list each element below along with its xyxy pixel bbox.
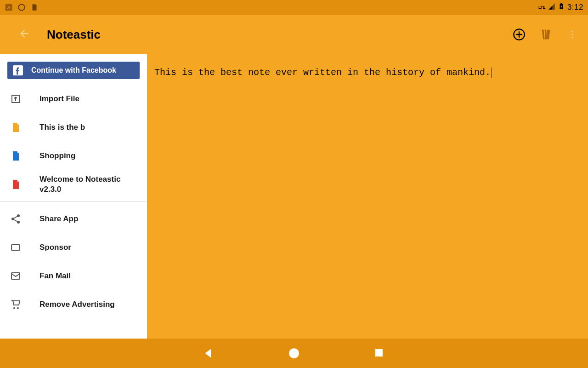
svg-rect-13 [11,245,20,250]
sidebar-share-app[interactable]: Share App [0,205,147,233]
facebook-label: Continue with Facebook [31,66,116,75]
sidebar-item-label: Shopping [40,151,75,161]
nav-recent-button[interactable] [373,347,385,359]
network-lte-icon: LTE [538,5,545,10]
sidebar-item-label: Fan Mail [40,271,71,281]
svg-point-16 [17,307,19,309]
note-file-icon [10,122,21,133]
sidebar-item-label: Welcome to Noteastic v2.3.0 [40,174,137,195]
add-note-button[interactable] [513,28,526,41]
svg-point-8 [571,37,573,39]
clock-time: 3:12 [567,3,583,12]
notification-sd-icon [30,3,39,12]
sidebar: Continue with Facebook Import File This … [0,54,147,339]
svg-point-15 [13,307,15,309]
svg-text:A: A [7,5,10,10]
nav-home-button[interactable] [288,347,300,359]
share-icon [10,213,21,224]
app-bar: Noteastic [0,15,588,54]
text-cursor [492,68,492,78]
signal-icon [548,3,555,12]
sidebar-item-label: Remove Advertising [40,299,115,310]
svg-rect-18 [375,349,383,356]
overflow-menu-button[interactable] [566,28,579,41]
status-bar: A LTE 3:12 [0,0,588,15]
sidebar-remove-advertising[interactable]: Remove Advertising [0,290,147,319]
sidebar-item-label: Import File [40,94,79,104]
facebook-icon [13,65,23,75]
svg-point-11 [11,218,14,220]
notification-app-icon: A [5,3,13,12]
sidebar-item-label: Sponsor [40,242,71,253]
sidebar-item-label: This is the b [40,122,85,132]
mail-icon [10,270,21,282]
sidebar-note-item[interactable]: This is the b [0,113,147,142]
svg-point-12 [17,221,20,224]
sidebar-note-item[interactable]: Shopping [0,142,147,170]
nav-back-button[interactable] [203,347,215,359]
svg-point-17 [289,348,299,358]
svg-point-6 [571,31,573,33]
svg-point-2 [18,4,25,11]
notebook-icon[interactable] [539,28,552,41]
facebook-login-button[interactable]: Continue with Facebook [7,62,140,79]
sponsor-icon [10,242,21,253]
sidebar-fan-mail[interactable]: Fan Mail [0,262,147,290]
sidebar-sponsor[interactable]: Sponsor [0,233,147,262]
sidebar-item-label: Share App [40,214,78,224]
note-editor[interactable]: This is the best note ever written in th… [147,54,588,339]
divider [0,201,147,202]
import-icon [10,93,21,104]
svg-rect-4 [560,3,562,4]
sidebar-note-item[interactable]: Welcome to Noteastic v2.3.0 [0,170,147,199]
svg-point-7 [571,34,573,35]
back-button[interactable] [18,28,30,41]
notification-circle-icon [17,3,26,12]
svg-point-10 [17,214,20,217]
cart-icon [10,299,21,310]
note-file-icon [10,150,21,161]
sidebar-import-file[interactable]: Import File [0,85,147,113]
battery-charging-icon [558,2,565,12]
android-nav-bar [0,339,588,368]
app-title: Noteastic [47,28,101,42]
note-content: This is the best note ever written in th… [154,67,491,78]
note-file-icon [10,179,21,190]
